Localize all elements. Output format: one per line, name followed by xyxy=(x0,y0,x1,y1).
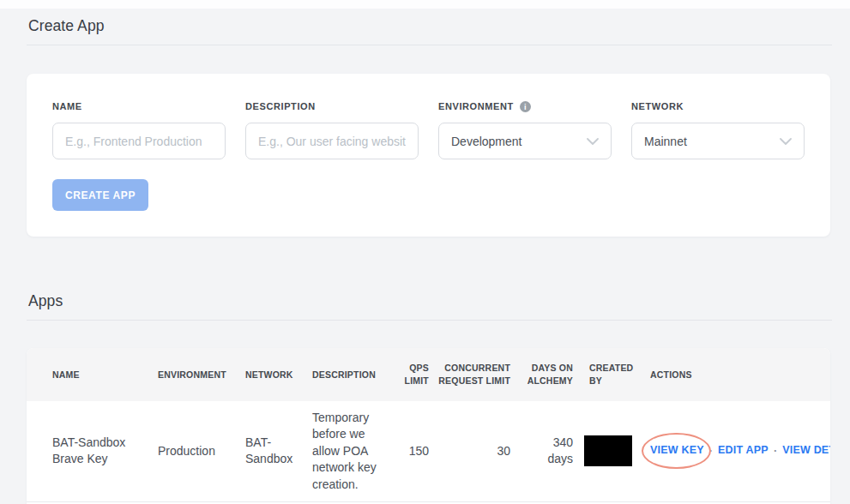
cell-days-on-alchemy: 340 days xyxy=(510,401,573,501)
network-select[interactable]: Mainnet xyxy=(631,123,805,159)
apps-divider xyxy=(27,320,832,321)
header-concurrent-request-limit: CONCURRENT REQUEST LIMIT xyxy=(429,348,510,401)
chevron-down-icon xyxy=(587,138,599,145)
network-selected-value: Mainnet xyxy=(644,135,687,148)
name-label: NAME xyxy=(52,101,226,112)
cell-description: Temporary before we allow POA network ke… xyxy=(312,401,386,501)
edit-app-link[interactable]: EDIT APP xyxy=(718,444,769,456)
view-key-wrap: VIEW KEY xyxy=(650,442,704,459)
network-field-group: NETWORK Mainnet xyxy=(631,101,805,159)
header-actions: ACTIONS xyxy=(650,348,830,401)
description-input[interactable] xyxy=(245,123,419,159)
cell-environment: Production xyxy=(158,401,245,501)
description-field-group: DESCRIPTION xyxy=(245,101,419,159)
environment-select[interactable]: Development xyxy=(438,123,612,159)
action-separator: · xyxy=(709,444,713,457)
header-name: NAME xyxy=(27,348,158,401)
apps-table: NAME ENVIRONMENT NETWORK DESCRIPTION QPS… xyxy=(27,348,830,502)
create-app-card: NAME DESCRIPTION ENVIRONMENT i Developme… xyxy=(27,74,830,237)
network-label: NETWORK xyxy=(631,101,805,112)
create-app-title: Create App xyxy=(28,18,850,34)
environment-selected-value: Development xyxy=(451,135,522,148)
header-network: NETWORK xyxy=(245,348,312,401)
cell-network: BAT-Sandbox xyxy=(245,401,312,501)
apps-title: Apps xyxy=(28,293,850,309)
cell-actions: VIEW KEY · EDIT APP · VIEW DETAILS xyxy=(650,401,830,501)
header-days-on-alchemy: DAYS ON ALCHEMY xyxy=(510,348,573,401)
environment-field-group: ENVIRONMENT i Development xyxy=(438,101,612,159)
name-field-group: NAME xyxy=(52,101,226,159)
create-app-button[interactable]: CREATE APP xyxy=(52,179,148,211)
action-separator: · xyxy=(774,444,777,457)
view-key-link[interactable]: VIEW KEY xyxy=(650,444,704,456)
header-created-by: CREATED BY xyxy=(573,348,650,401)
name-input[interactable] xyxy=(52,123,226,159)
environment-label: ENVIRONMENT i xyxy=(438,101,612,112)
table-header-row: NAME ENVIRONMENT NETWORK DESCRIPTION QPS… xyxy=(27,348,830,401)
table-row: BAT-Sandbox Brave Key Production BAT-San… xyxy=(27,401,830,501)
cell-app-name: BAT-Sandbox Brave Key xyxy=(27,401,158,501)
header-qps-limit: QPS LIMIT xyxy=(386,348,429,401)
cell-created-by xyxy=(573,401,650,501)
cell-concurrent-request-limit: 30 xyxy=(429,401,510,501)
chevron-down-icon xyxy=(780,138,792,145)
created-by-redaction xyxy=(584,435,632,466)
cell-qps-limit: 150 xyxy=(386,401,429,501)
description-label: DESCRIPTION xyxy=(245,101,419,112)
view-details-link[interactable]: VIEW DETAILS xyxy=(782,444,830,456)
apps-table-card: NAME ENVIRONMENT NETWORK DESCRIPTION QPS… xyxy=(27,348,830,504)
header-environment: ENVIRONMENT xyxy=(158,348,245,401)
main-content: Create App NAME DESCRIPTION ENVIRONMENT … xyxy=(0,0,850,504)
create-app-divider xyxy=(27,45,832,45)
info-icon[interactable]: i xyxy=(520,101,531,112)
header-description: DESCRIPTION xyxy=(312,348,386,401)
